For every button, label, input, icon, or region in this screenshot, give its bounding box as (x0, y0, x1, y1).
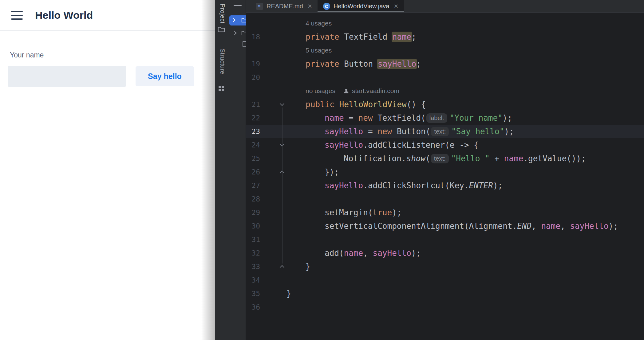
code-token: "Hello " (451, 154, 490, 163)
code-text (286, 233, 644, 246)
close-tab-icon[interactable]: × (308, 2, 312, 10)
code-token: ); (411, 248, 421, 258)
line-number[interactable]: 18 (246, 33, 260, 41)
line-number[interactable]: 31 (246, 236, 260, 244)
line-number[interactable]: 22 (246, 114, 260, 122)
code-token: name (325, 113, 349, 123)
code-line-36[interactable]: 36 (246, 300, 644, 314)
line-number[interactable]: 30 (246, 222, 260, 230)
menu-icon[interactable] (11, 11, 23, 20)
usages-annotation-row[interactable]: no usagesstart.vaadin.com (246, 84, 644, 98)
code-token: sayHello (570, 221, 608, 231)
tab-readme[interactable]: M↓ README.md × (251, 0, 318, 12)
code-line-23[interactable]: 23sayHello = new Button(text:"Say hello"… (246, 125, 644, 138)
line-number[interactable]: 20 (246, 73, 260, 81)
hide-toolwindow-icon[interactable] (234, 5, 242, 6)
code-token: ( (425, 154, 430, 163)
inlay-hint: text: (431, 127, 449, 136)
fold-up-icon[interactable] (280, 170, 285, 175)
line-number[interactable]: 24 (246, 141, 260, 149)
fold-gutter (260, 98, 286, 111)
window-edge-shadow (201, 0, 215, 340)
code-line-19[interactable]: 19private Button sayHello; (246, 57, 644, 71)
chevron-right-icon[interactable] (231, 18, 235, 22)
toolwindow-structure-button[interactable]: Structure (219, 49, 226, 74)
markdown-file-icon: M↓ (256, 3, 263, 10)
usages-annotation[interactable]: no usages (306, 87, 335, 95)
code-token: private (306, 32, 344, 41)
code-token: .addClickShortcut(Key. (363, 181, 469, 190)
line-number[interactable]: 36 (246, 303, 260, 311)
line-number[interactable]: 28 (246, 195, 260, 203)
code-line-18[interactable]: 18private TextField name; (246, 30, 644, 44)
code-text: Notification.show(text:"Hello " + name.g… (286, 152, 644, 165)
project-tree-row-selected[interactable] (229, 15, 246, 25)
code-line-22[interactable]: 22name = new TextField(label:"Your name"… (246, 111, 644, 125)
fold-gutter (260, 233, 286, 246)
line-number[interactable]: 33 (246, 263, 260, 271)
code-line-35[interactable]: 35} (246, 287, 644, 300)
fold-down-icon[interactable] (280, 142, 285, 147)
code-token: ); (609, 221, 618, 231)
usages-annotation[interactable]: 4 usages (306, 20, 332, 27)
code-token: .addClickListener(e -> { (363, 140, 479, 150)
usages-annotation-row[interactable]: 4 usages (246, 17, 644, 30)
code-token: sayHello (325, 140, 363, 150)
project-tree-row[interactable] (229, 28, 246, 38)
tab-helloworldview-java[interactable]: C HelloWorldView.java × (318, 0, 404, 12)
line-number[interactable]: 19 (246, 60, 260, 68)
code-editor[interactable]: 4 usages18private TextField name;5 usage… (246, 13, 644, 314)
code-line-30[interactable]: 30setVerticalComponentAlignment(Alignmen… (246, 219, 644, 233)
line-number[interactable]: 25 (246, 154, 260, 162)
line-number[interactable]: 35 (246, 290, 260, 298)
code-line-20[interactable]: 20 (246, 71, 644, 84)
code-text: }); (286, 165, 644, 179)
code-line-34[interactable]: 34 (246, 273, 644, 287)
code-token: TextField (344, 32, 392, 41)
code-token: , (531, 221, 541, 231)
code-text (286, 273, 644, 287)
fold-gutter (260, 138, 286, 152)
code-token: TextField( (377, 113, 426, 123)
line-number[interactable]: 23 (246, 127, 260, 135)
line-number[interactable]: 32 (246, 249, 260, 257)
code-line-25[interactable]: 25Notification.show(text:"Hello " + name… (246, 152, 644, 165)
code-token: show (406, 154, 426, 163)
vcs-author[interactable]: start.vaadin.com (352, 87, 399, 95)
chevron-right-icon[interactable] (233, 31, 237, 35)
code-token: name (392, 32, 412, 41)
code-line-32[interactable]: 32add(name, sayHello); (246, 246, 644, 260)
code-line-24[interactable]: 24sayHello.addClickListener(e -> { (246, 138, 644, 152)
code-line-28[interactable]: 28 (246, 192, 644, 206)
usages-annotation[interactable]: 5 usages (306, 47, 332, 54)
file-icon[interactable] (243, 41, 246, 47)
java-class-icon: C (323, 3, 330, 10)
code-line-33[interactable]: 33} (246, 260, 644, 273)
line-number[interactable]: 29 (246, 209, 260, 217)
code-text: sayHello.addClickListener(e -> { (286, 138, 644, 152)
code-line-27[interactable]: 27sayHello.addClickShortcut(Key.ENTER); (246, 179, 644, 192)
fold-down-icon[interactable] (280, 101, 285, 106)
close-tab-icon[interactable]: × (394, 2, 398, 10)
name-input[interactable] (8, 66, 126, 87)
line-number[interactable]: 26 (246, 168, 260, 176)
code-token: sayHello (378, 59, 416, 68)
say-hello-button[interactable]: Say hello (136, 66, 194, 86)
fold-gutter (260, 246, 286, 260)
author-icon (343, 88, 349, 94)
usages-annotation-row[interactable]: 5 usages (246, 44, 644, 57)
line-number[interactable]: 21 (246, 100, 260, 108)
grid-icon[interactable] (218, 85, 224, 93)
line-number[interactable]: 27 (246, 182, 260, 190)
inlay-hint: label: (426, 113, 447, 123)
line-number[interactable]: 34 (246, 276, 260, 284)
fold-up-icon[interactable] (280, 265, 285, 270)
code-line-31[interactable]: 31 (246, 233, 644, 246)
toolwindow-project-button[interactable]: Project (219, 4, 226, 23)
code-line-29[interactable]: 29setMargin(true); (246, 206, 644, 219)
toolwindow-stripe: Project Structure (215, 0, 228, 340)
code-line-26[interactable]: 26}); (246, 165, 644, 179)
code-line-21[interactable]: 21public HelloWorldView() { (246, 98, 644, 111)
folder-icon[interactable] (217, 26, 225, 34)
fold-gutter (260, 179, 286, 192)
